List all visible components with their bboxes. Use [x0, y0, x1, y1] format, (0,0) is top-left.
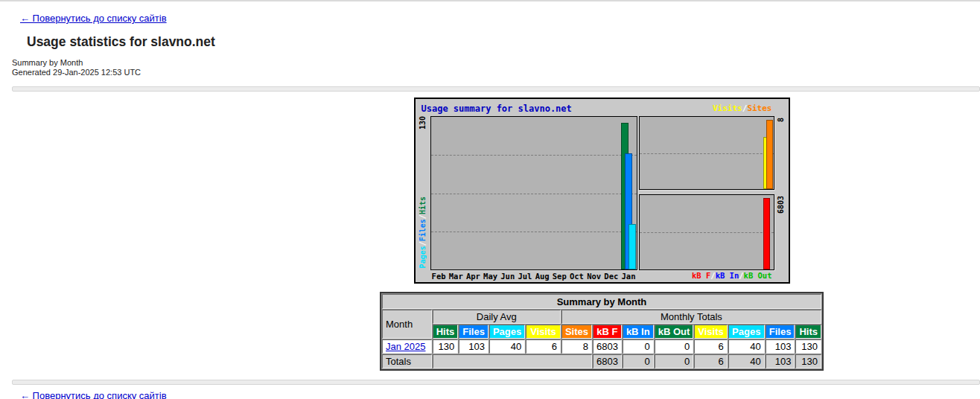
total-kbout: 0 — [655, 354, 694, 368]
month-label: Aug — [534, 272, 551, 281]
bar-kbf — [763, 198, 770, 269]
cell-avg-pages: 40 — [489, 339, 525, 354]
kbytes-legend: kB F/kB In/kB Out — [692, 271, 772, 280]
generated-timestamp: Generated 29-Jan-2025 12:53 UTC — [12, 68, 980, 77]
month-label: Sep — [551, 272, 568, 281]
month-label: Dec — [602, 272, 620, 281]
col-header-hits-total: Hits — [795, 325, 821, 339]
cell-kbin: 0 — [623, 339, 654, 354]
axis-pages-label: Pages — [419, 246, 427, 268]
totals-spacer — [433, 354, 592, 368]
page-title: Usage statistics for slavno.net — [27, 34, 980, 50]
month-label: Nov — [585, 272, 602, 281]
bottom-divider — [12, 380, 980, 385]
summary-by-month-caption: Summary by Month — [12, 58, 980, 68]
axis-slash: / — [419, 241, 427, 246]
col-header-kbout: kB Out — [655, 325, 694, 339]
main-plot — [430, 116, 637, 270]
total-kbf: 6803 — [593, 354, 622, 368]
back-to-site-list-link[interactable]: ← Повернутись до списку сайтів — [20, 13, 167, 24]
bar-sites — [766, 120, 773, 189]
daily-avg-group-header: Daily Avg — [433, 310, 561, 324]
month-axis: FebMarAprMayJunJulAugSepOctNovDecJan — [430, 272, 637, 281]
cell-kbf: 6803 — [593, 339, 622, 354]
total-hits: 130 — [795, 354, 821, 368]
y-axis-max-kbytes: 6803 — [777, 196, 786, 214]
totals-row: Totals 6803 0 0 6 40 103 130 — [382, 354, 821, 368]
total-visits: 6 — [694, 354, 727, 368]
month-label: May — [482, 272, 499, 281]
cell-pages: 40 — [728, 339, 765, 354]
content-column: Usage summary for slavno.net Visits/Site… — [380, 92, 824, 371]
axis-hits-label: Hits — [419, 197, 427, 214]
summary-by-month-table: Summary by Month Month Daily Avg Monthly… — [380, 292, 824, 371]
cell-avg-visits: 6 — [526, 339, 561, 354]
kbytes-plot — [639, 194, 774, 270]
col-header-files: Files — [459, 325, 489, 339]
col-header-sites: Sites — [561, 325, 592, 339]
cell-visits: 6 — [694, 339, 727, 354]
table-title: Summary by Month — [382, 294, 821, 309]
bar-pages — [629, 224, 636, 270]
y-axis-max-main: 130 — [419, 116, 427, 130]
usage-summary-graph: Usage summary for slavno.net Visits/Site… — [414, 98, 790, 284]
month-label: Oct — [568, 272, 585, 281]
legend-visits-label: Visits — [713, 103, 742, 113]
month-label: Feb — [430, 272, 448, 281]
gridline — [431, 232, 637, 232]
month-label: Jan — [620, 272, 637, 281]
gridline — [640, 153, 774, 154]
cell-avg-hits: 130 — [433, 339, 459, 354]
table-row-jan-2025: Jan 2025 130 103 40 6 8 6803 0 0 6 40 10… — [382, 339, 821, 354]
totals-label: Totals — [382, 354, 432, 368]
cell-avg-files: 103 — [459, 339, 489, 354]
col-header-pages-total: Pages — [728, 325, 765, 339]
month-label: Jul — [516, 272, 533, 281]
total-files: 103 — [766, 354, 795, 368]
monthly-totals-group-header: Monthly Totals — [561, 310, 821, 324]
total-kbin: 0 — [623, 354, 654, 368]
col-header-pages: Pages — [489, 325, 525, 339]
col-header-visits-total: Visits — [694, 325, 727, 339]
month-column-header: Month — [382, 310, 432, 339]
month-label: Apr — [465, 272, 482, 281]
gridline — [640, 232, 774, 233]
col-header-kbin: kB In — [623, 325, 654, 339]
legend-kbout-label: kB Out — [744, 271, 772, 280]
left-axis-label: Pages/Files/Hits — [419, 197, 427, 268]
month-link[interactable]: Jan 2025 — [386, 341, 426, 352]
axis-slash: / — [419, 214, 427, 219]
visits-sites-legend: Visits/Sites — [713, 103, 772, 113]
gridline — [431, 194, 637, 194]
cell-sites: 8 — [561, 339, 592, 354]
axis-files-label: Files — [419, 219, 427, 241]
visits-sites-plot — [639, 116, 774, 190]
top-divider — [12, 86, 980, 92]
gridline — [431, 155, 637, 156]
month-label: Mar — [448, 272, 465, 281]
col-header-visits: Visits — [526, 325, 561, 339]
legend-sites-label: Sites — [747, 103, 771, 113]
legend-kbin-label: kB In — [716, 271, 739, 280]
col-header-kbf: kB F — [593, 325, 622, 339]
col-header-hits: Hits — [433, 325, 459, 339]
back-to-site-list-link-bottom[interactable]: ← Повернутись до списку сайтів — [20, 390, 167, 399]
cell-kbout: 0 — [655, 339, 694, 354]
col-header-files-total: Files — [766, 325, 795, 339]
month-label: Jun — [499, 272, 516, 281]
total-pages: 40 — [728, 354, 765, 368]
webalizer-page: ← Повернутись до списку сайтів Usage sta… — [0, 0, 980, 399]
graph-title: Usage summary for slavno.net — [421, 103, 572, 114]
legend-kbf-label: kB F — [692, 271, 710, 280]
y-axis-max-sites: 8 — [777, 118, 786, 122]
cell-hits: 130 — [795, 339, 821, 354]
cell-files: 103 — [766, 339, 795, 354]
